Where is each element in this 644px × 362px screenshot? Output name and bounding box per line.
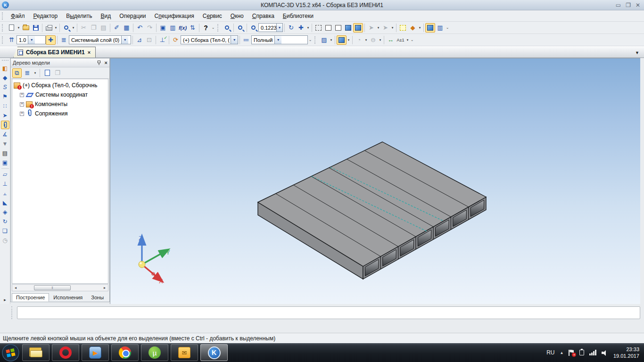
edit-component-icon[interactable]: ◧ (1, 64, 9, 73)
action-center-icon[interactable]: × (569, 350, 574, 356)
tree-item-coordinate-systems[interactable]: Системы координат (12, 90, 108, 99)
toolbar-overflow[interactable]: ⌄ (308, 38, 313, 42)
power-plug-icon[interactable] (579, 350, 584, 355)
step-combobox[interactable]: 1.0 ▼ (17, 35, 46, 44)
cut-icon[interactable]: ✂ (79, 23, 89, 33)
quick-plane-dropdown[interactable]: ▾ (390, 26, 395, 30)
pin-component-icon[interactable]: ⚑ (1, 92, 9, 101)
viewport-3d[interactable]: Z Y X (110, 58, 640, 304)
plane-parallel-icon[interactable]: ▱ (1, 170, 9, 179)
new-document-dropdown[interactable]: ▾ (17, 26, 21, 30)
frame-icon[interactable]: ▣ (1, 158, 9, 167)
tab-zones[interactable]: Зоны (87, 293, 108, 302)
quick-plane-icon[interactable]: ➤ (380, 23, 390, 33)
document-tab[interactable]: Сборка БЕЗ ИМЕНИ1 × (13, 47, 96, 58)
tree-horizontal-scrollbar[interactable]: ◂ ⫴ ▸ (12, 284, 108, 291)
panel-close-icon[interactable]: × (105, 60, 107, 66)
network-signal-icon[interactable] (589, 350, 596, 355)
zoom-selection-icon[interactable] (235, 23, 245, 33)
minimize-button[interactable]: ▭ (616, 2, 621, 8)
expand-icon[interactable] (20, 93, 24, 97)
array-icon[interactable]: ∷ (1, 102, 9, 110)
section-view-icon[interactable]: ◔ (354, 35, 364, 45)
taskbar-media-player-button[interactable]: ▶ (82, 344, 109, 361)
expand-icon[interactable] (20, 102, 24, 107)
dimensions-icon[interactable]: ↔ (386, 35, 396, 45)
wireframe-mode-icon[interactable] (314, 23, 323, 33)
scale-dropdown-icon[interactable]: ▼ (276, 24, 282, 32)
taskbar-utorrent-button[interactable]: µ (141, 344, 168, 361)
menu-edit[interactable]: Редактор (29, 11, 62, 21)
pan-dropdown[interactable]: ▾ (306, 26, 310, 30)
clock[interactable]: 23:33 19.01.2017 (613, 346, 639, 359)
detail-combobox[interactable]: Полный ▼ (251, 35, 308, 44)
collections-icon[interactable]: ◆ (1, 74, 9, 82)
quick-direction-icon[interactable]: ➤ (366, 23, 376, 33)
measure-icon[interactable]: ∡ (1, 130, 9, 139)
hide-in-components-icon[interactable]: ◆ (408, 23, 418, 33)
print-dropdown[interactable]: ▾ (54, 26, 58, 30)
copy-icon[interactable]: ❐ (89, 23, 99, 33)
axis-rotation-icon[interactable]: ↻ (1, 217, 9, 226)
layers-icon[interactable]: ≣ (59, 35, 69, 45)
taskbar-outlook-button[interactable]: ✉ (171, 344, 198, 361)
relations-icon[interactable]: ❐ (53, 68, 62, 78)
tab-construction[interactable]: Построение (12, 293, 49, 302)
whatis-help-icon[interactable]: ? (201, 23, 211, 33)
part-dropdown-icon[interactable]: ▼ (231, 36, 238, 44)
renumber-icon[interactable]: ⇅ (188, 23, 198, 33)
model-tree-header[interactable]: Дерево модели × (11, 58, 109, 67)
cube-on-plane-icon[interactable]: ❏ (1, 227, 9, 235)
taskbar-kompas-button[interactable]: K (200, 344, 228, 361)
pan-icon[interactable]: ✚ (296, 23, 306, 33)
display-shaded-icon[interactable] (337, 35, 347, 45)
tolerance-icon[interactable]: А±1 (396, 35, 405, 45)
local-cs-icon[interactable]: ◷ (1, 236, 9, 245)
scrollbar-thumb[interactable]: ⫴ (34, 285, 71, 290)
part-combobox[interactable]: (+) Сборка (Тел-0, ( ▼ (181, 35, 238, 44)
arrow-flag-icon[interactable]: ➤ (1, 111, 9, 120)
mates-paperclip-icon[interactable] (1, 121, 9, 129)
tree-structure-icon[interactable]: ⧉ (12, 68, 22, 78)
language-indicator[interactable]: RU (546, 349, 554, 356)
spline-icon[interactable]: S (1, 83, 9, 91)
specification-icon[interactable]: ▦ (122, 23, 132, 33)
menu-window[interactable]: Окно (226, 11, 248, 21)
taskbar-opera-button[interactable] (52, 344, 79, 361)
scroll-right-icon[interactable]: ▸ (101, 286, 108, 290)
window-list-dropdown-icon[interactable]: ▼ (635, 50, 639, 55)
menu-help[interactable]: Справка (248, 11, 279, 21)
toolbar-overflow[interactable]: ⌄ (445, 25, 450, 30)
convert-icon[interactable]: ⊡ (144, 35, 154, 45)
undo-icon[interactable]: ↶ (135, 23, 145, 33)
section-view-dropdown[interactable]: ▾ (364, 38, 368, 42)
detail-level-icon[interactable]: ≔ (241, 35, 251, 45)
hide-objects-icon[interactable] (398, 23, 408, 33)
paste-icon[interactable]: ▤ (99, 23, 108, 33)
redo-icon[interactable]: ↷ (145, 23, 155, 33)
expand-icon[interactable] (20, 112, 24, 116)
message-line[interactable] (17, 306, 640, 319)
menu-specification[interactable]: Спецификация (150, 11, 198, 21)
document-structure-icon[interactable] (42, 68, 52, 78)
toolbar-overflow[interactable]: ⌄ (211, 25, 215, 30)
tree-composition-icon[interactable]: ≣ (23, 68, 32, 78)
axes-toggle-icon[interactable] (157, 35, 167, 45)
plane-offset-icon[interactable]: ⫠ (1, 189, 9, 197)
show-document-icon[interactable]: ▣ (158, 23, 168, 33)
layer-combobox[interactable]: Системный слой (0) ▼ (69, 35, 131, 44)
menu-select[interactable]: Выделить (62, 11, 96, 21)
step-dropdown-icon[interactable]: ▼ (28, 36, 35, 44)
copy-properties-icon[interactable]: ✐ (112, 23, 122, 33)
taskbar-explorer-button[interactable] (22, 344, 50, 361)
close-button[interactable]: ✕ (636, 2, 640, 8)
hide-in-components-dropdown[interactable]: ▾ (418, 26, 422, 30)
zoom-frame-icon[interactable] (222, 23, 232, 33)
menu-service[interactable]: Сервис (198, 11, 226, 21)
hidden-lines-mode-icon[interactable] (323, 23, 333, 33)
report-icon[interactable]: ▤ (1, 149, 9, 157)
taskbar-chrome-button[interactable] (111, 344, 139, 361)
toolbar-overflow[interactable]: ⌄ (410, 38, 414, 42)
tree-item-components[interactable]: ! Компоненты (12, 99, 108, 109)
scale-combobox[interactable]: 0.1223 ▼ (258, 23, 283, 32)
